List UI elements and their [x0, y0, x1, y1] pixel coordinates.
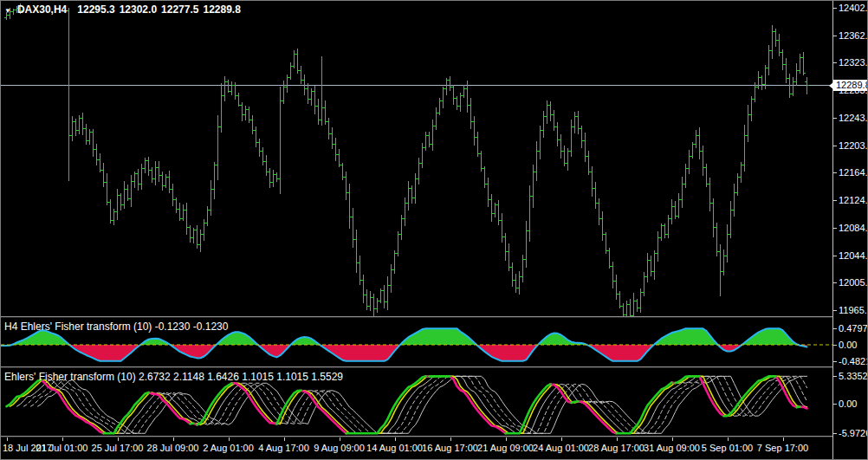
time-axis-label: 16 Aug 17:00 — [422, 443, 478, 453]
time-axis-label: 24 Aug 01:00 — [533, 443, 589, 453]
time-axis[interactable]: 18 Jul 201721 Jul 01:0025 Jul 17:0028 Ju… — [1, 437, 832, 460]
price-axis-label-tick — [833, 310, 837, 311]
time-axis-label: 28 Jul 09:00 — [147, 443, 199, 453]
time-axis-label: 25 Jul 17:00 — [92, 443, 144, 453]
price-axis-label: 11965.1 — [839, 305, 868, 315]
price-axis-label: 12005.1 — [839, 277, 868, 288]
time-axis-label: 28 Aug 17:00 — [588, 443, 645, 453]
indicator1-label: H4 Ehlers' Fisher transform (10) -0.1230… — [4, 321, 228, 333]
price-chart-canvas[interactable] — [1, 1, 832, 316]
time-axis-label: 4 Aug 17:00 — [258, 443, 309, 453]
time-axis-tick — [7, 437, 8, 441]
time-axis-label: 5 Sep 01:00 — [702, 443, 753, 453]
price-axis-label: 12044.1 — [839, 250, 868, 261]
indicator2-axis-label: -5.9726 — [839, 428, 868, 438]
indicator-path — [31, 376, 807, 433]
time-axis-label: 2 Aug 01:00 — [203, 443, 254, 453]
indicator2-axis-label: 0.00 — [839, 398, 857, 409]
price-axis-label-tick — [833, 200, 837, 201]
time-axis-tick — [62, 437, 63, 441]
price-axis-label: 12362.1 — [839, 30, 868, 41]
price-axis-label: 12402.1 — [839, 3, 868, 13]
indicator2-axis-label-tick — [833, 376, 837, 377]
panel-separator-shadow — [1, 367, 832, 368]
indicator-path — [38, 376, 807, 433]
open-value: 12295.3 — [77, 3, 114, 16]
price-axis-label-tick — [833, 8, 837, 9]
indicator1-axis-label-tick — [833, 328, 837, 329]
time-axis-tick — [672, 437, 673, 441]
time-axis-label: 14 Aug 01:00 — [366, 443, 423, 453]
symbol-marker-icon: ▼ — [4, 7, 11, 15]
time-axis-tick — [395, 437, 396, 441]
price-axis-label-tick — [833, 172, 837, 173]
symbol-period-label: DAX30,H4 — [17, 3, 67, 16]
price-axis-label-tick — [833, 118, 837, 119]
price-axis-label: 12203.1 — [839, 140, 868, 151]
indicator2-axis-label: 5.3352 — [839, 371, 868, 381]
price-axis-label: 12243.1 — [839, 113, 868, 123]
mt4-chart-window: ▼DAX30,H412295.312302.012277.512289.8 H4… — [0, 0, 868, 460]
price-axis-label-tick — [833, 282, 837, 283]
time-axis-label: 7 Sep 17:00 — [757, 443, 808, 453]
time-axis-label: 9 Aug 09:00 — [314, 443, 365, 453]
time-axis-label: 31 Aug 09:00 — [644, 443, 700, 453]
indicator1-axis-label-tick — [833, 345, 837, 346]
low-value: 12277.5 — [161, 3, 198, 16]
price-axis-label: 12323.1 — [839, 57, 868, 68]
indicator2-axis-label-tick — [833, 404, 837, 405]
time-axis-tick — [617, 437, 618, 441]
time-axis-tick — [173, 437, 174, 441]
time-axis-tick — [229, 437, 230, 441]
indicator1-axis-label: 0.00 — [839, 340, 857, 350]
time-axis-tick — [450, 437, 451, 441]
price-axis-label-tick — [833, 36, 837, 36]
indicator2-axis-label-tick — [833, 433, 837, 434]
indicator1-axis-label-tick — [833, 361, 837, 362]
indicator2-label: Ehlers' Fisher transform (10) 2.6732 2.1… — [4, 371, 343, 383]
price-axis-label-tick — [833, 62, 837, 63]
time-axis-tick — [340, 437, 340, 441]
time-axis-label: 21 Jul 01:00 — [36, 443, 88, 453]
price-axis-label-tick — [833, 256, 837, 256]
indicator-path — [7, 376, 800, 433]
time-axis-tick — [506, 437, 507, 441]
price-axis-label: 12124.1 — [839, 195, 868, 205]
close-value: 12289.8 — [203, 3, 240, 16]
price-axis-label-tick — [833, 228, 837, 229]
panel-separator-shadow — [1, 317, 832, 318]
price-axis-label-tick — [833, 146, 837, 146]
time-axis-label: 21 Aug 09:00 — [477, 443, 534, 453]
indicator1-axis-label: -0.4821 — [839, 356, 868, 366]
current-price-tag: 12289.8 — [833, 80, 867, 91]
high-value: 12302.0 — [120, 3, 157, 16]
time-axis-tick — [284, 437, 285, 441]
time-axis-tick — [783, 437, 784, 441]
price-axis[interactable]: 12402.112362.112323.112283.112243.112203… — [833, 1, 867, 459]
price-axis-label: 12164.1 — [839, 167, 868, 178]
price-axis-label: 12084.1 — [839, 223, 868, 233]
indicator1-axis-label: 0.4797 — [839, 323, 868, 334]
time-axis-tick — [561, 437, 562, 441]
time-axis-tick — [118, 437, 119, 441]
chart-ohlc-header: ▼DAX30,H412295.312302.012277.512289.8 — [4, 3, 245, 16]
time-axis-tick — [728, 437, 729, 441]
